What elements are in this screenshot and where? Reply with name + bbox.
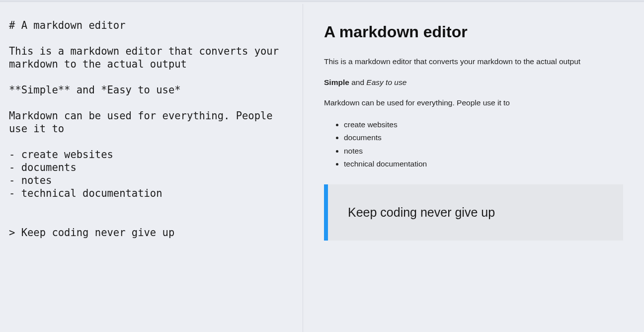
list-item: technical documentation — [344, 158, 623, 170]
markdown-input[interactable] — [9, 19, 294, 323]
list-item: create websites — [344, 118, 623, 131]
preview-plain-and: and — [349, 78, 366, 86]
preview-italic-text: Easy to use — [366, 78, 406, 86]
preview-pane: A markdown editor This is a markdown edi… — [303, 4, 644, 332]
preview-bold-text: Simple — [324, 78, 349, 86]
editor-pane — [0, 4, 303, 332]
preview-list: create websites documents notes technica… — [324, 118, 623, 170]
preview-title: A markdown editor — [324, 23, 623, 41]
preview-style-paragraph: Simple and Easy to use — [324, 77, 623, 88]
list-item: documents — [344, 131, 623, 144]
preview-intro-paragraph: This is a markdown editor that converts … — [324, 56, 623, 67]
preview-usage-paragraph: Markdown can be used for everything. Peo… — [324, 97, 623, 108]
app-container: A markdown editor This is a markdown edi… — [0, 2, 644, 332]
preview-blockquote: Keep coding never give up — [324, 184, 623, 241]
list-item: notes — [344, 145, 623, 158]
